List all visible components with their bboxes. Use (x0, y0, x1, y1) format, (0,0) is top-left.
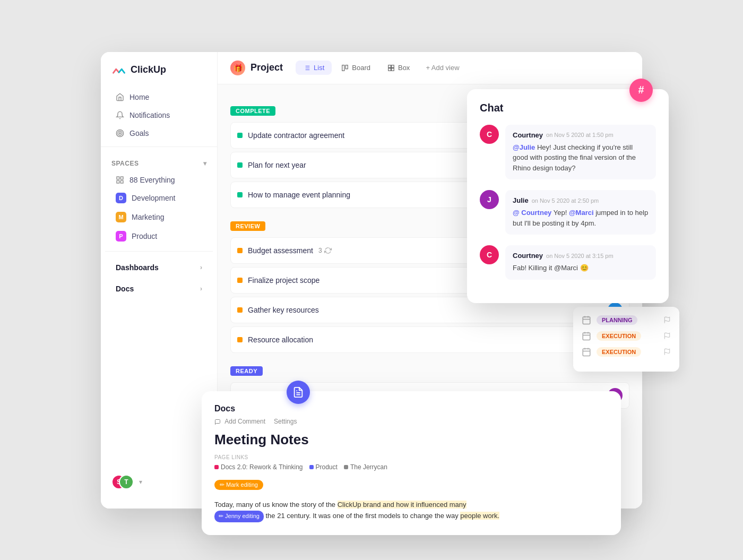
dashboards-label: Dashboards (116, 263, 159, 272)
chat-meta: Courtney on Nov 5 2020 at 3:15 pm (513, 252, 649, 260)
svg-rect-15 (388, 65, 391, 67)
sidebar-item-marketing[interactable]: M Marketing (105, 208, 213, 226)
grid-icon (116, 176, 124, 184)
flag-icon (663, 348, 671, 356)
table-row[interactable]: Resource allocation R (230, 326, 629, 353)
svg-point-1 (118, 131, 122, 135)
list-tab-label: List (314, 64, 324, 72)
project-header: 🎁 Project List Bo (218, 52, 642, 84)
mark-editing-badge: ✏ Mark editing (214, 480, 263, 490)
task-left: Gather key resources (237, 306, 319, 314)
nav-item-home[interactable]: Home (105, 89, 213, 106)
docs-title: Meeting Notes (214, 432, 608, 448)
sidebar-item-docs[interactable]: Docs › (105, 279, 213, 298)
task-name: How to manage event planning (248, 191, 350, 199)
nav-item-goals[interactable]: Goals (105, 125, 213, 142)
chat-text: @ Courtney Yep! @Marci jumped in to help… (513, 208, 649, 228)
flag-icon (663, 316, 671, 324)
svg-rect-3 (117, 177, 119, 179)
chat-hash-button[interactable]: # (629, 79, 653, 102)
page-link-dot (309, 465, 314, 469)
docs-actions: Add Comment Settings (214, 418, 608, 425)
sidebar-item-dashboards[interactable]: Dashboards › (105, 258, 213, 277)
tab-list[interactable]: List (296, 61, 332, 75)
task-name: Budget assessment (248, 246, 313, 255)
svg-rect-4 (120, 177, 123, 179)
page-link-dot (344, 465, 348, 469)
calendar-icon (582, 331, 591, 341)
sprint-execution-badge-2[interactable]: EXECUTION (597, 347, 641, 357)
chat-mention: @Julie (513, 143, 535, 151)
highlight-people: people work. (460, 512, 499, 520)
task-name: Finalize project scope (248, 276, 319, 285)
task-count: 3 (318, 247, 332, 254)
chat-meta: Julie on Nov 5 2020 at 2:50 pm (513, 196, 649, 204)
task-name: Gather key resources (248, 306, 319, 314)
chat-meta: Courtney on Nov 5 2020 at 1:50 pm (513, 131, 649, 139)
svg-rect-19 (583, 317, 590, 324)
tab-box[interactable]: Box (380, 61, 417, 75)
home-label: Home (129, 93, 149, 101)
chat-bubble: Courtney on Nov 5 2020 at 3:15 pm Fab! K… (505, 245, 656, 280)
chat-mention-2: @Marci (569, 209, 594, 217)
view-tabs: List Board Box (296, 61, 466, 75)
sidebar-user-area[interactable]: S T ▾ (101, 466, 217, 498)
comment-icon (214, 419, 221, 425)
chat-avatar: C (480, 245, 499, 264)
chat-message: C Courtney on Nov 5 2020 at 3:15 pm Fab!… (480, 245, 656, 280)
svg-rect-14 (345, 65, 348, 68)
sprint-planning-badge[interactable]: PLANNING (597, 315, 637, 325)
chat-bubble: Julie on Nov 5 2020 at 2:50 pm @ Courtne… (505, 190, 656, 235)
page-link-label: Docs 2.0: Rework & Thinking (221, 463, 303, 471)
sprint-execution-badge[interactable]: EXECUTION (597, 331, 641, 341)
page-link[interactable]: Product (309, 463, 338, 471)
sidebar-item-product[interactable]: P Product (105, 227, 213, 245)
chat-mention: @ Courtney (513, 209, 551, 217)
tab-board[interactable]: Board (334, 61, 378, 75)
sidebar-item-development[interactable]: D Development (105, 189, 213, 207)
page-link[interactable]: Docs 2.0: Rework & Thinking (214, 463, 303, 471)
page-links: Docs 2.0: Rework & Thinking Product The … (214, 463, 608, 471)
user-dropdown-arrow[interactable]: ▾ (139, 478, 142, 486)
sprint-row: EXECUTION (582, 347, 671, 357)
clickup-logo-icon (111, 63, 126, 77)
page-link-dot (214, 465, 219, 469)
add-comment-button[interactable]: Add Comment (214, 418, 265, 425)
calendar-icon (582, 315, 591, 325)
spaces-header: Spaces ▾ (101, 151, 217, 171)
docs-header: Docs (214, 404, 608, 413)
svg-rect-6 (120, 180, 123, 183)
task-left: Budget assessment 3 (237, 246, 332, 255)
task-status-dot (237, 133, 243, 138)
add-view-button[interactable]: + Add view (419, 61, 465, 75)
page-link[interactable]: The Jerrycan (344, 463, 387, 471)
notifications-label: Notifications (129, 111, 170, 119)
chat-author: Courtney (513, 252, 543, 260)
task-left: Resource allocation (237, 335, 313, 344)
dashboards-chevron-icon: › (200, 264, 202, 271)
chat-message: J Julie on Nov 5 2020 at 2:50 pm @ Court… (480, 190, 656, 235)
box-tab-label: Box (398, 64, 410, 72)
chat-message: C Courtney on Nov 5 2020 at 1:50 pm @Jul… (480, 125, 656, 180)
project-title-area: 🎁 Project (230, 61, 283, 75)
sidebar-item-everything[interactable]: 88 Everything (105, 172, 213, 188)
svg-rect-29 (583, 349, 590, 356)
marketing-badge: M (116, 212, 126, 222)
highlight-clickup: ClickUp brand and how it influenced many (338, 501, 466, 509)
nav-item-notifications[interactable]: Notifications (105, 107, 213, 124)
jenny-editing-badge: ✏ Jenny editing (214, 511, 264, 522)
goals-label: Goals (129, 129, 149, 137)
task-name: Plan for next year (248, 161, 306, 169)
settings-button[interactable]: Settings (274, 418, 297, 425)
flag-icon (663, 332, 671, 340)
task-name: Resource allocation (248, 335, 313, 344)
task-status-dot (237, 162, 243, 168)
sidebar: ClickUp Home Notifications (101, 52, 218, 509)
project-icon: 🎁 (230, 61, 245, 75)
docs-fab-button[interactable] (287, 381, 310, 404)
chat-panel: # Chat C Courtney on Nov 5 2020 at 1:50 … (467, 89, 669, 303)
sprint-panel: PLANNING EXECUTION EXECUTION (573, 307, 679, 372)
spaces-chevron-icon[interactable]: ▾ (203, 160, 207, 167)
marketing-label: Marketing (132, 213, 164, 221)
box-icon (387, 64, 395, 72)
